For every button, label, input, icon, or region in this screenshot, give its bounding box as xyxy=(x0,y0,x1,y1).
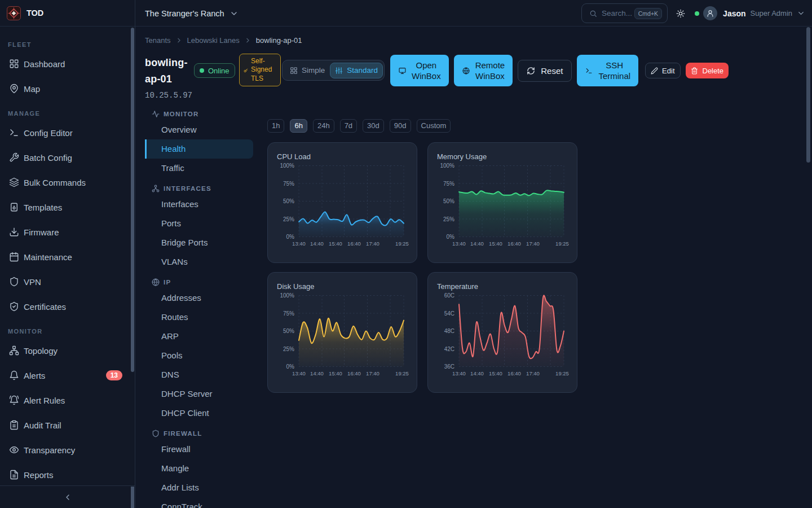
svg-text:16:40: 16:40 xyxy=(347,370,361,376)
svg-text:42C: 42C xyxy=(444,346,454,352)
svg-text:17:40: 17:40 xyxy=(526,240,540,247)
svg-text:0%: 0% xyxy=(286,234,295,240)
svg-text:75%: 75% xyxy=(283,310,294,317)
svg-text:19:25: 19:25 xyxy=(395,370,409,376)
svg-text:25%: 25% xyxy=(443,216,454,222)
svg-text:75%: 75% xyxy=(283,181,294,187)
svg-text:19:25: 19:25 xyxy=(555,240,569,247)
svg-text:14:40: 14:40 xyxy=(470,370,484,376)
svg-text:15:40: 15:40 xyxy=(329,240,342,247)
svg-text:19:25: 19:25 xyxy=(395,240,409,247)
svg-text:16:40: 16:40 xyxy=(508,370,521,376)
svg-text:100%: 100% xyxy=(280,163,294,169)
svg-text:16:40: 16:40 xyxy=(508,240,521,247)
svg-text:CPU Load: CPU Load xyxy=(277,152,311,161)
svg-text:100%: 100% xyxy=(440,163,454,169)
svg-text:17:40: 17:40 xyxy=(526,370,540,376)
svg-text:14:40: 14:40 xyxy=(310,240,324,247)
svg-text:0%: 0% xyxy=(447,234,455,240)
svg-text:25%: 25% xyxy=(283,346,294,352)
svg-text:50%: 50% xyxy=(443,198,454,204)
svg-text:13:40: 13:40 xyxy=(452,370,466,376)
svg-text:25%: 25% xyxy=(283,216,294,222)
svg-text:Disk Usage: Disk Usage xyxy=(277,282,314,291)
svg-text:54C: 54C xyxy=(444,310,454,317)
svg-text:14:40: 14:40 xyxy=(470,240,484,247)
svg-text:50%: 50% xyxy=(283,198,294,204)
svg-text:Temperature: Temperature xyxy=(437,282,478,291)
svg-text:17:40: 17:40 xyxy=(366,370,379,376)
svg-text:15:40: 15:40 xyxy=(329,370,342,376)
svg-text:60C: 60C xyxy=(444,292,454,299)
svg-text:100%: 100% xyxy=(280,292,294,299)
svg-text:50%: 50% xyxy=(283,328,294,334)
svg-text:36C: 36C xyxy=(444,364,454,370)
svg-text:48C: 48C xyxy=(444,328,454,334)
svg-text:14:40: 14:40 xyxy=(310,370,324,376)
svg-text:13:40: 13:40 xyxy=(292,370,306,376)
svg-text:19:25: 19:25 xyxy=(555,370,569,376)
svg-text:13:40: 13:40 xyxy=(452,240,466,247)
svg-text:0%: 0% xyxy=(286,364,295,370)
svg-text:75%: 75% xyxy=(443,181,454,187)
svg-text:15:40: 15:40 xyxy=(489,370,502,376)
svg-text:17:40: 17:40 xyxy=(366,240,379,247)
svg-text:15:40: 15:40 xyxy=(489,240,502,247)
svg-text:16:40: 16:40 xyxy=(347,240,361,247)
svg-text:13:40: 13:40 xyxy=(292,240,306,247)
svg-text:Memory Usage: Memory Usage xyxy=(437,152,487,161)
